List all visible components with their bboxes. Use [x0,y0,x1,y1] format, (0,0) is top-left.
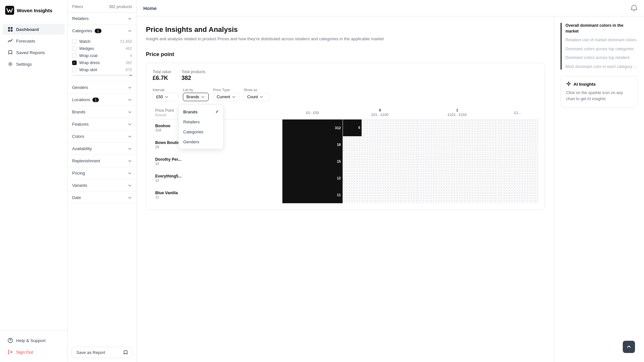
ai-insights-title: AI Insights [566,81,632,87]
right-nav-item-dominant-each-category[interactable]: Most dominant color in each category ... [565,64,638,70]
bar-value-bows-0-50: 18 [337,143,341,147]
arrow-up-icon [626,344,631,349]
filter-section-features-header[interactable]: Features [68,118,137,130]
col-header-101-150: 1 £101 - £150 [417,106,497,119]
filter-item-wedges-count: 462 [126,46,132,51]
page-description: Insight and analysis related to product … [146,36,545,42]
brand-count-dorothy: 15 [155,162,279,166]
bar-everything5-101-150 [417,170,497,186]
filter-section-brands-header[interactable]: Brands [68,106,137,118]
filter-section-locations-header[interactable]: Locations 1 [68,94,137,106]
dropdown-option-brands[interactable]: Brands ✓ [179,107,223,117]
filter-item-wrapcoat-count: 4 [130,53,132,58]
bar-value-everything5-0-50: 12 [337,176,341,180]
app-name: Woven Insights [17,8,52,13]
sidebar-item-forecasts[interactable]: Forecasts [3,35,65,46]
filter-section-brands: Brands [68,106,137,118]
ai-insights-title-text: AI Insights [573,82,596,87]
dropdown-option-retailers[interactable]: Retailers [179,117,223,127]
watch-checkbox[interactable] [72,39,77,44]
right-nav-item-dominant-colors[interactable]: Overall dominant colors in the market [565,23,638,34]
bar-dorothy-0-50: 15 [282,153,343,170]
sidebar-item-dashboard[interactable]: Dashboard [3,24,65,35]
top-bar: Home [137,0,644,16]
filter-section-genders-label: Genders [72,85,88,90]
filter-section-date-header[interactable]: Date [68,192,137,204]
dropdown-option-categories-label: Categories [183,129,204,134]
filter-section-categories-header[interactable]: Categories 1 [68,25,137,37]
price-point-chart-container: Total value £6.7K Total products 382 Int… [146,63,545,210]
bar-fill-everything5-0-50: 12 [282,170,343,186]
right-nav-item-dominant-categories[interactable]: Dominant colors across top categories [565,46,638,52]
wrapskirt-checkbox[interactable] [72,68,77,72]
filter-section-pricing-header[interactable]: Pricing [68,167,137,179]
filter-section-colors-header[interactable]: Colors [68,130,137,142]
showas-select[interactable]: Count [244,93,270,101]
wedges-checkbox[interactable] [72,46,77,51]
save-report-button[interactable]: Save as Report [71,347,133,358]
bar-boohoo-101-150 [417,119,497,136]
filter-item-watch[interactable]: Watch 51,950 [68,38,137,45]
bar-value-dorothy-0-50: 15 [337,159,341,163]
filter-item-wrapcoat[interactable]: Wrap coat 4 [68,52,137,59]
filter-section-date-label: Date [72,195,81,200]
brand-name-dorothy: Dorothy Per... [155,157,279,162]
filter-section-categories: Categories 1 Watch 51,950 Wedges [68,25,137,81]
filter-section-variants-header[interactable]: Variants [68,179,137,191]
filter-section-retailers-header[interactable]: Retailers [68,13,137,24]
notification-bell-icon[interactable] [630,5,638,12]
filter-label: Filters [72,5,83,9]
sidebar-item-help-label: Help & Support [16,338,46,343]
signout-icon [8,349,13,355]
bar-bows-0-50: 18 [282,136,343,153]
right-nav-item-dominant-retailers[interactable]: Dominant colors across top retailers [565,55,638,61]
filter-item-wrapskirt[interactable]: Wrap skirt 970 [68,66,137,73]
filter-section-genders-header[interactable]: Genders [68,81,137,93]
filter-item-wrapdress[interactable]: Wrap dress 382 [68,59,137,66]
pricetype-label: Price Type [213,88,239,92]
pricetype-select[interactable]: Current [213,93,239,101]
filter-section-colors: Colors [68,130,137,143]
chevron-down-icon-5 [128,122,132,127]
interval-select[interactable]: £50 [153,93,178,101]
filter-section-replenishment-header[interactable]: Replenishment [68,155,137,167]
sidebar-item-dashboard-label: Dashboard [16,27,39,32]
filter-section-categories-label: Categories 1 [72,28,101,33]
chevron-down-icon-2 [128,85,132,90]
dropdown-check-brands: ✓ [215,110,219,114]
interval-value: £50 [156,95,163,99]
stat-total-value-amount: £6.7K [153,75,171,81]
showas-value: Count [247,95,258,99]
sidebar-item-settings[interactable]: Settings [3,59,65,70]
grid-icon [8,27,13,32]
stat-total-value: Total value £6.7K [153,70,171,81]
sidebar-item-saved-reports-label: Saved Reports [16,50,45,55]
filter-section-availability-header[interactable]: Availability [68,143,137,155]
scroll-to-top-button[interactable] [623,341,635,353]
sidebar-item-help[interactable]: Help & Support [3,335,65,346]
right-panel: Overall dominant colors in the market Re… [554,16,644,362]
interval-label: Interval [153,88,178,92]
interval-control: Interval £50 [153,88,178,101]
listby-select[interactable]: Brands [183,93,209,101]
col-range-51-100: £51 - £100 [372,113,389,117]
wrapdress-checkbox[interactable] [72,61,77,65]
wrapcoat-checkbox[interactable] [72,53,77,58]
bar-bows-51-100 [343,136,417,153]
filter-item-wedges[interactable]: Wedges 462 [68,45,137,52]
bar-bluevanilla-51-100 [343,186,417,203]
right-nav-item-retailers-dominant[interactable]: Retailers use of market dominant colors [565,37,638,43]
listby-label: List by [183,88,209,92]
filter-section-features: Features [68,118,137,130]
filter-item-wrapdress-count: 382 [126,61,132,65]
bar-dorothy-51-100 [343,153,417,170]
dropdown-option-genders[interactable]: Genders [179,137,223,147]
dropdown-option-genders-label: Genders [183,139,199,144]
chart-stats: Total value £6.7K Total products 382 [153,70,538,81]
sidebar-item-saved-reports[interactable]: Saved Reports [3,47,65,58]
sidebar-item-signout[interactable]: Sign Out [3,347,65,357]
bar-fill-boohoo-51-100: 6 [343,119,361,136]
bar-fill-boohoo-0-50: 312 [282,119,343,136]
dropdown-option-categories[interactable]: Categories [179,127,223,137]
chevron-down-listby [201,95,205,99]
